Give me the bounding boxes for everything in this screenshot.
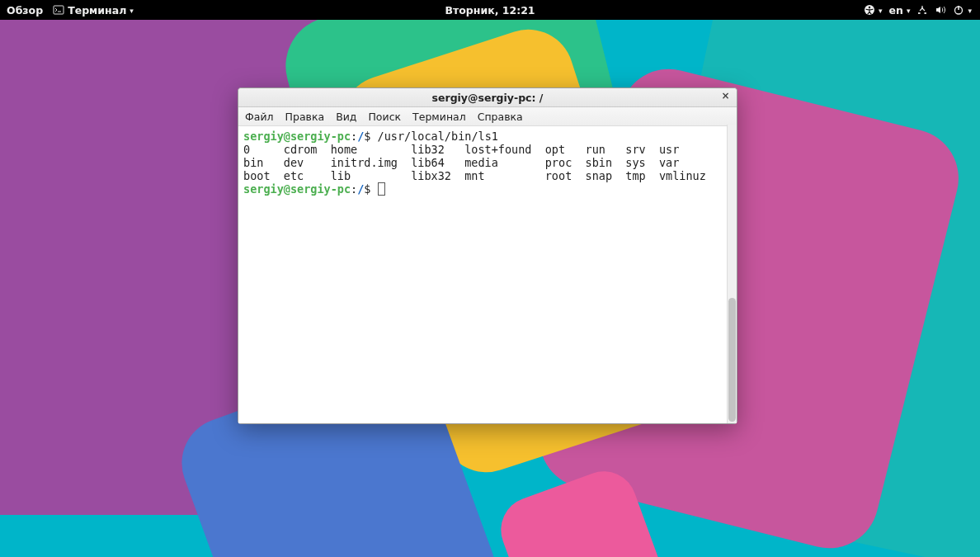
- menu-file[interactable]: Файл: [245, 111, 274, 123]
- power-icon: [953, 4, 964, 16]
- prompt-user: sergiy@sergiy-pc: [243, 182, 351, 196]
- ls-row-3: boot etc lib libx32 mnt root snap tmp vm…: [243, 169, 706, 182]
- chevron-down-icon: ▾: [968, 7, 972, 15]
- gnome-top-bar: Обзор Терминал ▾ Вторник, 12:21 ▾ en ▾: [0, 0, 980, 20]
- terminal-menubar: Файл Правка Вид Поиск Терминал Справка: [238, 107, 737, 126]
- chevron-down-icon: ▾: [907, 7, 911, 15]
- command-1: /usr/local/bin/ls1: [378, 130, 498, 143]
- ls-row-2: bin dev initrd.img lib64 media proc sbin…: [243, 156, 679, 169]
- accessibility-menu[interactable]: ▾: [864, 4, 883, 16]
- clock[interactable]: Вторник, 12:21: [445, 4, 535, 17]
- svg-point-3: [921, 7, 923, 9]
- keyboard-layout-label: en: [889, 4, 903, 17]
- prompt-sep: :: [351, 182, 357, 196]
- svg-point-4: [918, 12, 920, 14]
- menu-view[interactable]: Вид: [336, 111, 356, 123]
- terminal-output[interactable]: sergiy@sergiy-pc:/$ /usr/local/bin/ls1 0…: [238, 126, 737, 423]
- menu-help[interactable]: Справка: [478, 111, 523, 123]
- clock-label: Вторник, 12:21: [445, 4, 535, 17]
- terminal-window: sergiy@sergiy-pc: / × Файл Правка Вид По…: [238, 87, 737, 424]
- menu-edit[interactable]: Правка: [285, 111, 325, 123]
- close-button[interactable]: ×: [719, 91, 732, 103]
- volume-icon[interactable]: [935, 4, 946, 16]
- svg-rect-0: [54, 6, 64, 14]
- keyboard-layout-menu[interactable]: en ▾: [889, 4, 911, 17]
- prompt-symbol: $: [364, 182, 377, 196]
- window-title: sergiy@sergiy-pc: /: [432, 92, 544, 104]
- network-icon[interactable]: [916, 4, 928, 16]
- svg-point-2: [869, 7, 870, 8]
- app-menu[interactable]: Терминал ▾: [53, 4, 134, 17]
- menu-terminal[interactable]: Терминал: [412, 111, 466, 123]
- scrollbar-thumb[interactable]: [728, 298, 736, 422]
- prompt-sep: :: [351, 130, 357, 143]
- prompt-user: sergiy@sergiy-pc: [243, 130, 351, 143]
- menu-search[interactable]: Поиск: [368, 111, 401, 123]
- activities-label: Обзор: [7, 4, 43, 17]
- power-menu[interactable]: ▾: [953, 4, 972, 16]
- chevron-down-icon: ▾: [130, 7, 134, 15]
- terminal-icon: [53, 4, 64, 16]
- window-titlebar[interactable]: sergiy@sergiy-pc: / ×: [238, 88, 737, 107]
- app-menu-label: Терминал: [68, 4, 126, 17]
- prompt-symbol: $: [364, 130, 377, 143]
- svg-point-5: [925, 12, 926, 14]
- cursor: [378, 182, 385, 196]
- terminal-scrollbar[interactable]: [727, 125, 737, 423]
- chevron-down-icon: ▾: [879, 7, 883, 15]
- activities-button[interactable]: Обзор: [7, 4, 43, 17]
- ls-row-1: 0 cdrom home lib32 lost+found opt run sr…: [243, 143, 679, 156]
- accessibility-icon: [864, 4, 875, 16]
